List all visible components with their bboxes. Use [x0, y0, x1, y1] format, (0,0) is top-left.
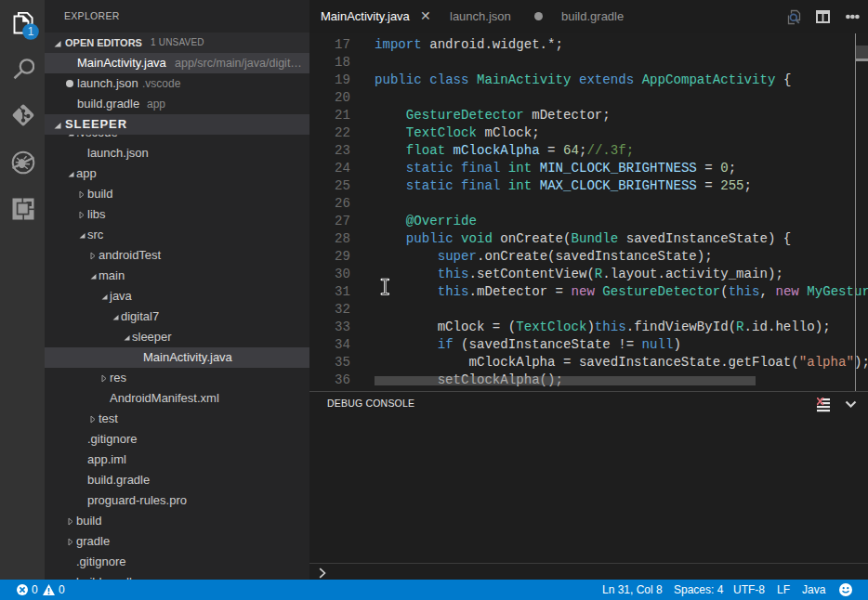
svg-text:1: 1 — [28, 25, 34, 38]
